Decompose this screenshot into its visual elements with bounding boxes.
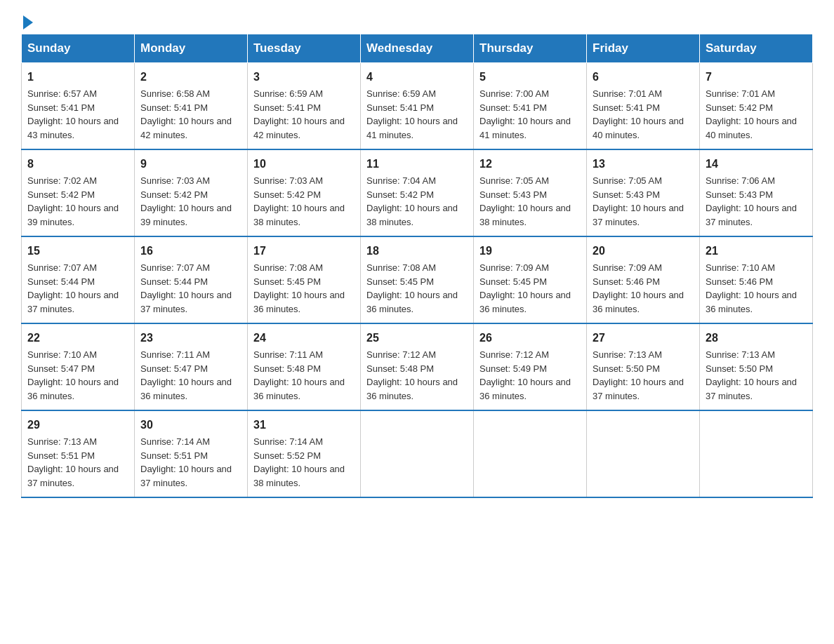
day-number: 12 <box>479 156 581 173</box>
calendar-cell: 20Sunrise: 7:09 AMSunset: 5:46 PMDayligh… <box>587 236 700 323</box>
calendar-cell: 9Sunrise: 7:03 AMSunset: 5:42 PMDaylight… <box>135 149 248 236</box>
calendar-cell: 11Sunrise: 7:04 AMSunset: 5:42 PMDayligh… <box>361 149 474 236</box>
day-number: 17 <box>253 243 355 260</box>
calendar-week-row: 1Sunrise: 6:57 AMSunset: 5:41 PMDaylight… <box>22 63 813 150</box>
calendar-cell: 31Sunrise: 7:14 AMSunset: 5:52 PMDayligh… <box>248 410 361 497</box>
day-number: 8 <box>27 156 128 173</box>
calendar-cell: 1Sunrise: 6:57 AMSunset: 5:41 PMDaylight… <box>22 63 135 150</box>
weekday-header-wednesday: Wednesday <box>361 34 474 63</box>
day-number: 7 <box>706 69 807 86</box>
calendar-cell: 27Sunrise: 7:13 AMSunset: 5:50 PMDayligh… <box>587 323 700 410</box>
calendar-cell <box>474 410 587 497</box>
calendar-cell: 4Sunrise: 6:59 AMSunset: 5:41 PMDaylight… <box>361 63 474 150</box>
day-number: 22 <box>27 330 128 347</box>
day-number: 26 <box>479 330 581 347</box>
calendar-cell: 25Sunrise: 7:12 AMSunset: 5:48 PMDayligh… <box>361 323 474 410</box>
calendar-cell: 26Sunrise: 7:12 AMSunset: 5:49 PMDayligh… <box>474 323 587 410</box>
page-header <box>21 14 813 27</box>
calendar-week-row: 22Sunrise: 7:10 AMSunset: 5:47 PMDayligh… <box>22 323 813 410</box>
day-number: 11 <box>366 156 468 173</box>
weekday-header-monday: Monday <box>135 34 248 63</box>
calendar-cell: 12Sunrise: 7:05 AMSunset: 5:43 PMDayligh… <box>474 149 587 236</box>
day-number: 16 <box>140 243 241 260</box>
day-number: 19 <box>479 243 581 260</box>
day-number: 1 <box>27 69 128 86</box>
weekday-header-row: SundayMondayTuesdayWednesdayThursdayFrid… <box>22 34 813 63</box>
logo-arrow-icon <box>23 15 33 29</box>
day-number: 2 <box>140 69 241 86</box>
day-number: 31 <box>253 417 355 434</box>
calendar-cell: 6Sunrise: 7:01 AMSunset: 5:41 PMDaylight… <box>587 63 700 150</box>
day-number: 20 <box>593 243 694 260</box>
calendar-cell: 17Sunrise: 7:08 AMSunset: 5:45 PMDayligh… <box>248 236 361 323</box>
calendar-week-row: 8Sunrise: 7:02 AMSunset: 5:42 PMDaylight… <box>22 149 813 236</box>
weekday-header-tuesday: Tuesday <box>248 34 361 63</box>
day-number: 21 <box>706 243 807 260</box>
calendar-cell <box>700 410 813 497</box>
calendar-week-row: 29Sunrise: 7:13 AMSunset: 5:51 PMDayligh… <box>22 410 813 497</box>
calendar-cell: 16Sunrise: 7:07 AMSunset: 5:44 PMDayligh… <box>135 236 248 323</box>
day-number: 4 <box>366 69 468 86</box>
calendar-cell: 10Sunrise: 7:03 AMSunset: 5:42 PMDayligh… <box>248 149 361 236</box>
calendar-cell: 21Sunrise: 7:10 AMSunset: 5:46 PMDayligh… <box>700 236 813 323</box>
logo <box>21 14 33 27</box>
calendar-cell: 5Sunrise: 7:00 AMSunset: 5:41 PMDaylight… <box>474 63 587 150</box>
day-number: 13 <box>593 156 694 173</box>
calendar-cell: 7Sunrise: 7:01 AMSunset: 5:42 PMDaylight… <box>700 63 813 150</box>
calendar-cell: 8Sunrise: 7:02 AMSunset: 5:42 PMDaylight… <box>22 149 135 236</box>
day-number: 9 <box>140 156 241 173</box>
calendar-cell: 3Sunrise: 6:59 AMSunset: 5:41 PMDaylight… <box>248 63 361 150</box>
calendar-cell: 19Sunrise: 7:09 AMSunset: 5:45 PMDayligh… <box>474 236 587 323</box>
weekday-header-friday: Friday <box>587 34 700 63</box>
day-number: 29 <box>27 417 128 434</box>
weekday-header-thursday: Thursday <box>474 34 587 63</box>
day-number: 24 <box>253 330 355 347</box>
calendar-cell: 15Sunrise: 7:07 AMSunset: 5:44 PMDayligh… <box>22 236 135 323</box>
day-number: 27 <box>593 330 694 347</box>
weekday-header-sunday: Sunday <box>22 34 135 63</box>
weekday-header-saturday: Saturday <box>700 34 813 63</box>
calendar-cell: 2Sunrise: 6:58 AMSunset: 5:41 PMDaylight… <box>135 63 248 150</box>
day-number: 23 <box>140 330 241 347</box>
day-number: 30 <box>140 417 241 434</box>
calendar-cell: 23Sunrise: 7:11 AMSunset: 5:47 PMDayligh… <box>135 323 248 410</box>
calendar-cell: 24Sunrise: 7:11 AMSunset: 5:48 PMDayligh… <box>248 323 361 410</box>
calendar-cell <box>587 410 700 497</box>
calendar-cell: 30Sunrise: 7:14 AMSunset: 5:51 PMDayligh… <box>135 410 248 497</box>
day-number: 10 <box>253 156 355 173</box>
calendar-cell: 14Sunrise: 7:06 AMSunset: 5:43 PMDayligh… <box>700 149 813 236</box>
day-number: 14 <box>706 156 807 173</box>
calendar-week-row: 15Sunrise: 7:07 AMSunset: 5:44 PMDayligh… <box>22 236 813 323</box>
calendar-cell: 29Sunrise: 7:13 AMSunset: 5:51 PMDayligh… <box>22 410 135 497</box>
day-number: 3 <box>253 69 355 86</box>
calendar-cell <box>361 410 474 497</box>
calendar-cell: 22Sunrise: 7:10 AMSunset: 5:47 PMDayligh… <box>22 323 135 410</box>
day-number: 25 <box>366 330 468 347</box>
day-number: 6 <box>593 69 694 86</box>
day-number: 5 <box>479 69 581 86</box>
calendar-cell: 18Sunrise: 7:08 AMSunset: 5:45 PMDayligh… <box>361 236 474 323</box>
calendar-cell: 13Sunrise: 7:05 AMSunset: 5:43 PMDayligh… <box>587 149 700 236</box>
calendar-cell: 28Sunrise: 7:13 AMSunset: 5:50 PMDayligh… <box>700 323 813 410</box>
day-number: 15 <box>27 243 128 260</box>
day-number: 18 <box>366 243 468 260</box>
calendar-table: SundayMondayTuesdayWednesdayThursdayFrid… <box>21 34 813 498</box>
day-number: 28 <box>706 330 807 347</box>
